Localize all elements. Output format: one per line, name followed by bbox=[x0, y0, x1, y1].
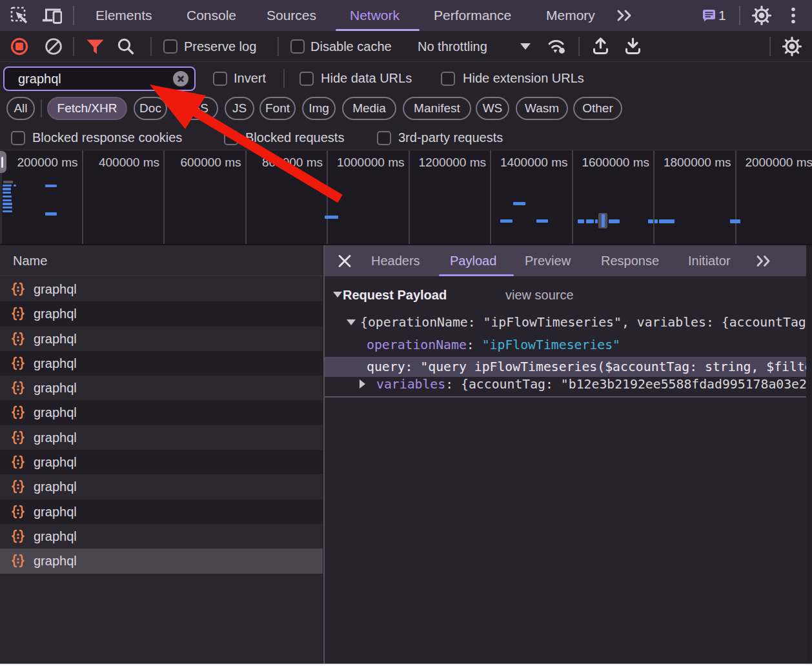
inspect-element-icon[interactable] bbox=[10, 6, 28, 25]
chip-doc[interactable]: Doc bbox=[134, 97, 167, 120]
request-row[interactable]: graphql bbox=[0, 425, 323, 450]
settings-gear-icon[interactable] bbox=[751, 5, 772, 26]
import-har-icon[interactable] bbox=[593, 37, 609, 55]
details-tab-headers[interactable]: Headers bbox=[371, 245, 420, 276]
request-row[interactable]: graphql bbox=[0, 376, 323, 400]
blocked-requests-checkbox[interactable] bbox=[224, 131, 238, 145]
filter-divider bbox=[283, 69, 285, 88]
request-payload-expander-icon[interactable] bbox=[333, 292, 342, 298]
variables-expander-icon[interactable] bbox=[360, 379, 365, 388]
search-icon[interactable] bbox=[117, 37, 135, 56]
request-bar-blue bbox=[595, 219, 598, 223]
request-bar-blue bbox=[3, 188, 11, 190]
chip-fetch-xhr[interactable]: Fetch/XHR bbox=[47, 97, 127, 120]
details-tab-payload[interactable]: Payload bbox=[450, 245, 496, 276]
throttling-dropdown-arrow-icon[interactable] bbox=[520, 43, 531, 50]
export-har-icon[interactable] bbox=[625, 37, 641, 55]
request-row[interactable]: graphql bbox=[0, 301, 323, 326]
filter-funnel-icon[interactable] bbox=[86, 37, 105, 56]
preserve-log-checkbox[interactable] bbox=[163, 39, 178, 54]
record-network-log-icon[interactable] bbox=[10, 37, 28, 56]
chip-all[interactable]: All bbox=[6, 97, 35, 120]
chip-wasm[interactable]: Wasm bbox=[516, 97, 568, 120]
blocked-response-cookies-checkbox[interactable] bbox=[11, 131, 25, 145]
name-column-header[interactable]: Name bbox=[0, 245, 323, 276]
request-name: graphql bbox=[34, 549, 77, 573]
panel-tab-performance[interactable]: Performance bbox=[434, 0, 511, 31]
third-party-requests-checkbox[interactable] bbox=[377, 131, 391, 145]
request-bar-blue bbox=[3, 196, 12, 198]
request-name: graphql bbox=[34, 474, 77, 499]
invert-checkbox[interactable] bbox=[213, 72, 227, 86]
request-bar-blue bbox=[3, 203, 12, 205]
chip-js[interactable]: JS bbox=[225, 97, 254, 120]
clear-network-log-icon[interactable] bbox=[45, 37, 63, 56]
kebab-menu-icon[interactable] bbox=[790, 7, 797, 24]
request-row[interactable]: graphql bbox=[0, 450, 323, 474]
details-tab-preview[interactable]: Preview bbox=[525, 245, 571, 276]
request-bar-blue bbox=[659, 219, 675, 223]
toolbar-divider bbox=[739, 6, 740, 25]
request-bar-blue bbox=[513, 202, 525, 205]
toggle-device-toolbar-icon[interactable] bbox=[43, 6, 62, 24]
hide-data-urls-checkbox[interactable] bbox=[299, 72, 314, 86]
details-scrollbar-gutter[interactable] bbox=[806, 245, 812, 666]
request-bar-blue bbox=[586, 219, 594, 223]
overview-window-left-handle[interactable] bbox=[0, 151, 6, 173]
request-row[interactable]: graphql bbox=[0, 500, 323, 524]
requests-table: Name graphqlgraphqlgraphqlgraphqlgraphql… bbox=[0, 245, 323, 666]
panel-tab-memory[interactable]: Memory bbox=[546, 0, 595, 31]
panel-tab-elements[interactable]: Elements bbox=[96, 0, 152, 31]
chip-media[interactable]: Media bbox=[342, 97, 396, 120]
chip-css[interactable]: CSS bbox=[174, 97, 218, 120]
disable-cache-checkbox[interactable] bbox=[290, 39, 305, 54]
request-row[interactable]: graphql bbox=[0, 474, 323, 499]
json-braces-icon bbox=[10, 307, 26, 321]
more-tabs-icon[interactable] bbox=[616, 9, 634, 22]
more-details-tabs-icon[interactable] bbox=[756, 255, 773, 267]
payload-variables-line[interactable]: variables: {accountTag: "b12e3b2192ee558… bbox=[376, 374, 806, 394]
chip-manifest[interactable]: Manifest bbox=[403, 97, 471, 120]
payload-operation-name-line[interactable]: operationName: "ipFlowTimeseries" bbox=[367, 335, 620, 355]
chip-other[interactable]: Other bbox=[573, 97, 622, 120]
request-rows: graphqlgraphqlgraphqlgraphqlgraphqlgraph… bbox=[0, 277, 323, 574]
request-row[interactable]: graphql bbox=[0, 277, 323, 301]
network-overview-timeline[interactable]: 200000 ms400000 ms600000 ms800000 ms1000… bbox=[0, 150, 812, 245]
time-label: 1000000 ms bbox=[314, 156, 405, 170]
network-panel-body: Name graphqlgraphqlgraphqlgraphqlgraphql… bbox=[0, 245, 812, 666]
throttling-select[interactable]: No throttling bbox=[418, 31, 487, 62]
network-conditions-icon[interactable] bbox=[547, 37, 567, 56]
issues-count: 1 bbox=[718, 0, 726, 31]
request-row[interactable]: graphql bbox=[0, 351, 323, 376]
request-bar-blue bbox=[45, 185, 57, 187]
network-settings-gear-icon[interactable] bbox=[782, 36, 802, 57]
panel-tab-network[interactable]: Network bbox=[350, 0, 400, 31]
request-bar-blue bbox=[14, 185, 16, 187]
panel-tab-sources[interactable]: Sources bbox=[267, 0, 316, 31]
chip-img[interactable]: Img bbox=[302, 97, 336, 120]
payload-root-expander-icon[interactable] bbox=[347, 319, 356, 325]
invert-label: Invert bbox=[234, 71, 266, 86]
close-details-icon[interactable] bbox=[338, 255, 351, 267]
request-row[interactable]: graphql bbox=[0, 327, 323, 351]
chip-font[interactable]: Font bbox=[259, 97, 296, 120]
chip-divider bbox=[41, 99, 42, 117]
hide-extension-urls-checkbox[interactable] bbox=[441, 72, 455, 86]
request-row[interactable]: graphql bbox=[0, 524, 323, 549]
request-bar-blue bbox=[3, 207, 12, 209]
request-row[interactable]: graphql bbox=[0, 549, 323, 573]
request-name: graphql bbox=[34, 351, 77, 376]
chip-ws[interactable]: WS bbox=[476, 97, 509, 120]
json-braces-icon bbox=[10, 282, 26, 296]
filter-text-input[interactable]: graphql bbox=[3, 66, 196, 91]
details-tab-response[interactable]: Response bbox=[601, 245, 659, 276]
issues-icon[interactable] bbox=[702, 9, 716, 22]
panel-tab-console[interactable]: Console bbox=[187, 0, 236, 31]
view-source-link[interactable]: view source bbox=[505, 285, 574, 305]
payload-preview-line[interactable]: {operationName: "ipFlowTimeseries", vari… bbox=[360, 312, 806, 332]
request-payload-title: Request Payload bbox=[343, 285, 447, 305]
clear-filter-icon[interactable] bbox=[173, 71, 188, 86]
request-row[interactable]: graphql bbox=[0, 400, 323, 425]
request-name: graphql bbox=[34, 327, 77, 351]
details-tab-initiator[interactable]: Initiator bbox=[688, 245, 731, 276]
